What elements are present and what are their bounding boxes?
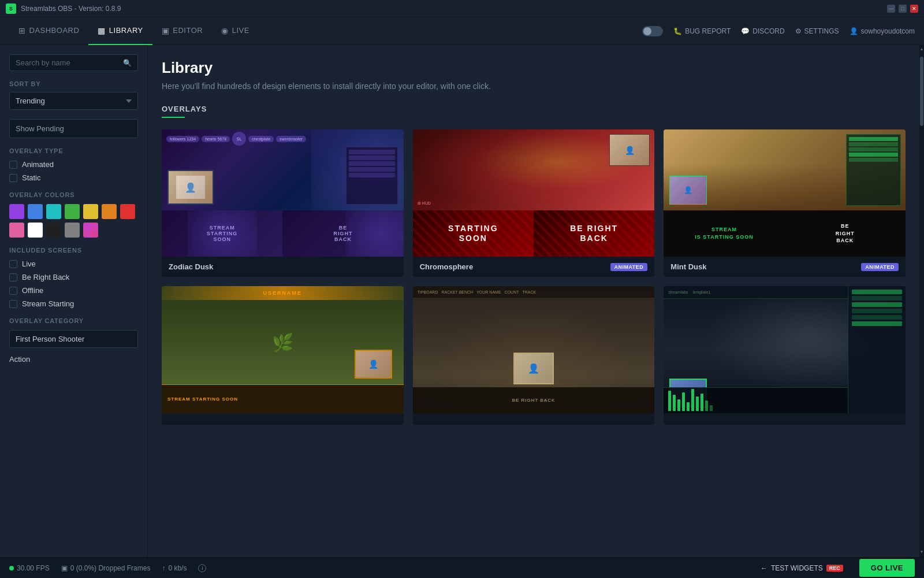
zodiac-brb-image: BERIGHTBACK [282,210,403,257]
overlay-card-chromosphere[interactable]: 👤 ⊞ HUD STARTINGSOON BE RIGHTBACK Chromo… [413,129,655,277]
test-widgets-button[interactable]: ← TEST WIDGETS REC [756,562,848,575]
overlay-colors-label: OVERLAY COLORS [9,191,138,198]
info-button[interactable]: i [198,564,206,572]
offline-checkbox[interactable] [9,287,17,295]
nav-item-editor[interactable]: ▣ EDITOR [152,17,212,45]
dashboard-icon: ⊞ [18,26,26,35]
card-images-warzone: TIPBOARD RACKET BENCH YOUR NAME COUNT TR… [413,286,655,413]
color-orange[interactable] [102,204,117,219]
included-screens-section: INCLUDED SCREENS Live Be Right Back Offl… [9,247,138,308]
overlay-card-pubg[interactable]: USERNAME 🌿 👤 STREAM STARTING SOON [162,286,404,425]
zodiac-main-image: followers 1234 hearts 5678 SL chestplate… [162,129,404,210]
obs-image: streamlabs template1 👤 [664,286,906,413]
filter-static[interactable]: Static [9,173,138,182]
color-yellow[interactable] [83,204,98,219]
search-icon: 🔍 [123,59,132,67]
color-white[interactable] [28,223,43,238]
color-magenta[interactable] [83,223,98,238]
overlay-card-mint-dusk[interactable]: 👤 STREAMIS STARTING SOON [664,129,906,277]
filter-stream-starting[interactable]: Stream Starting [9,299,138,308]
search-box[interactable]: 🔍 [9,54,138,71]
theme-toggle[interactable] [642,26,663,36]
animated-checkbox[interactable] [9,161,17,169]
card-images-chromosphere: 👤 ⊞ HUD STARTINGSOON BE RIGHTBACK [413,129,655,257]
color-green[interactable] [65,204,80,219]
color-pink[interactable] [9,223,24,238]
bug-report-button[interactable]: 🐛 BUG REPORT [673,27,731,35]
scroll-up-arrow[interactable]: ▲ [919,45,924,52]
overlay-type-label: OVERLAY TYPE [9,147,138,154]
sidebar: 🔍 SORT BY Trending Newest Popular Show P… [0,45,148,557]
stream-starting-checkbox[interactable] [9,300,17,308]
chromo-main-image: 👤 ⊞ HUD [413,129,655,210]
zodiac-top-bar: followers 1234 hearts 5678 SL chestplate… [166,134,399,143]
user-icon: 👤 [850,27,858,35]
color-gray[interactable] [65,223,80,238]
static-checkbox[interactable] [9,174,17,182]
pubg-webcam: 👤 [355,350,392,379]
overlays-grid: followers 1234 hearts 5678 SL chestplate… [162,129,906,425]
pubg-bottom-bar: STREAM STARTING SOON [162,384,404,413]
color-purple[interactable] [9,204,24,219]
overlay-card-obs[interactable]: streamlabs template1 👤 [664,286,906,425]
sort-select[interactable]: Trending Newest Popular [9,92,138,110]
info-icon: i [198,564,206,572]
color-red[interactable] [120,204,135,219]
included-screens-label: INCLUDED SCREENS [9,247,138,254]
color-cyan[interactable] [46,204,61,219]
bitrate-icon: ↑ [162,564,165,572]
nav-item-library[interactable]: ▦ LIBRARY [88,17,152,45]
minimize-button[interactable]: — [887,5,895,13]
user-profile[interactable]: 👤 sowhoyoudotcom [850,27,915,35]
scroll-thumb[interactable] [920,57,923,126]
static-label: Static [22,173,41,182]
frames-icon: ▣ [61,564,68,572]
nav-item-live[interactable]: ◉ LIVE [212,17,259,45]
search-input[interactable] [16,58,123,67]
frames-value: 0 (0.0%) Dropped Frames [70,564,151,572]
section-divider [162,117,185,118]
filter-be-right-back[interactable]: Be Right Back [9,273,138,281]
category-select[interactable]: First Person Shooter [9,330,138,348]
chromo-animated-badge: ANIMATED [610,263,648,271]
scrollbar[interactable]: ▲ ▼ [919,45,924,557]
show-pending-button[interactable]: Show Pending [9,119,138,138]
card-images-zodiac: followers 1234 hearts 5678 SL chestplate… [162,129,404,257]
statusbar: 30.00 FPS ▣ 0 (0.0%) Dropped Frames ↑ 0 … [0,557,924,578]
overlay-type-section: OVERLAY TYPE Animated Static [9,147,138,182]
stream-starting-screen-label: Stream Starting [22,299,74,308]
discord-button[interactable]: 💬 DISCORD [741,27,784,35]
filter-live[interactable]: Live [9,260,138,268]
zodiac-webcam: 👤 [167,170,214,205]
overlay-card-zodiac-dusk[interactable]: followers 1234 hearts 5678 SL chestplate… [162,129,404,277]
section-title: OVERLAYS [162,105,906,113]
fps-value: 30.00 FPS [17,564,50,572]
filter-offline[interactable]: Offline [9,286,138,295]
warzone-bottom-bar: BE RIGHT BACK [413,387,655,413]
go-live-button[interactable]: GO LIVE [859,559,915,577]
pubg-image: USERNAME 🌿 👤 STREAM STARTING SOON [162,286,404,413]
fps-dot [9,566,14,570]
chromo-webcam: 👤 [609,134,650,166]
live-checkbox[interactable] [9,260,17,268]
scroll-down-arrow[interactable]: ▼ [919,548,924,555]
color-black[interactable] [46,223,61,238]
close-button[interactable]: ✕ [910,5,918,13]
app-title: Streamlabs OBS - Version: 0.8.9 [21,5,887,13]
live-screen-label: Live [22,260,36,268]
library-icon: ▦ [98,26,106,35]
brb-checkbox[interactable] [9,273,17,281]
mint-animated-badge: ANIMATED [861,263,899,271]
bitrate-value: 0 kb/s [168,564,187,572]
maximize-button[interactable]: □ [899,5,907,13]
overlay-card-warzone[interactable]: TIPBOARD RACKET BENCH YOUR NAME COUNT TR… [413,286,655,425]
mint-webcam: 👤 [669,176,707,205]
color-blue[interactable] [28,204,43,219]
action-category-item: Action [9,353,138,366]
filter-animated[interactable]: Animated [9,160,138,169]
chromo-brb-image: BE RIGHTBACK [534,210,654,257]
rec-badge: REC [826,565,843,572]
nav-item-dashboard[interactable]: ⊞ DASHBOARD [9,17,88,45]
settings-button[interactable]: ⚙ SETTINGS [795,27,839,35]
bug-icon: 🐛 [673,27,682,35]
